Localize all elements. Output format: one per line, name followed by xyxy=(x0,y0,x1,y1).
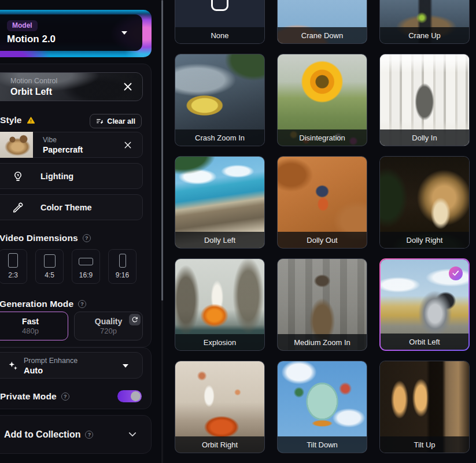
preset-label: Crash Zoom In xyxy=(195,134,245,142)
settings-sidebar: Model Motion 2.0 Motion Control Orbit Le… xyxy=(0,0,175,463)
aspect-9-16-icon xyxy=(119,254,126,268)
generation-mode-heading: Generation Mode xyxy=(0,299,73,309)
motion-preset-orbit-right[interactable]: Orbit Right xyxy=(175,361,265,453)
preset-label: Orbit Right xyxy=(202,440,238,449)
close-icon[interactable] xyxy=(121,80,134,93)
aspect-label: 16:9 xyxy=(79,271,93,279)
color-picker-icon xyxy=(12,201,24,214)
motion-preset-tilt-down[interactable]: Tilt Down xyxy=(277,361,367,453)
preset-label-bar: Dolly In xyxy=(380,129,469,146)
preset-label-bar: Dolly Right xyxy=(380,232,469,248)
preset-label: Dolly Right xyxy=(407,236,443,245)
generation-mode-header: Generation Mode ? xyxy=(0,299,86,309)
preset-label: Crane Up xyxy=(408,31,441,40)
prompt-enhance-label: Prompt Enhance xyxy=(24,357,78,365)
color-theme-button[interactable]: Color Theme xyxy=(0,194,143,220)
private-mode-row: Private Mode ? xyxy=(0,390,142,402)
preset-label: Tilt Up xyxy=(414,440,435,449)
sidebar-scrollbar-thumb[interactable] xyxy=(161,0,163,301)
preset-label: None xyxy=(211,31,228,40)
private-mode-toggle[interactable] xyxy=(117,390,142,402)
aspect-option-4-5[interactable]: 4:5 xyxy=(35,249,64,284)
help-icon[interactable]: ? xyxy=(85,431,93,439)
color-theme-label: Color Theme xyxy=(40,203,92,212)
private-mode-label: Private Mode xyxy=(0,391,57,402)
preset-label-bar: Tilt Up xyxy=(380,436,469,453)
aspect-option-16-9[interactable]: 16:9 xyxy=(72,249,100,284)
motion-preset-dolly-right[interactable]: Dolly Right xyxy=(379,156,470,249)
motion-preset-crane-up[interactable]: Crane Up xyxy=(379,0,470,44)
preset-label: Tilt Down xyxy=(307,440,338,449)
clear-all-button[interactable]: Clear all xyxy=(90,114,142,128)
aspect-option-2-3[interactable]: 2:3 xyxy=(0,249,27,284)
lighting-button[interactable]: Lighting xyxy=(0,163,143,189)
aspect-label: 9:16 xyxy=(116,271,129,279)
preset-label-bar: Dolly Left xyxy=(175,232,264,248)
preset-label-bar: Explosion xyxy=(175,334,264,350)
add-to-collection-header[interactable]: Add to Collection ? xyxy=(4,416,136,453)
warning-icon xyxy=(27,116,35,124)
motion-preset-crash-zoom-in[interactable]: Crash Zoom In xyxy=(175,54,265,146)
preset-label-bar: Disintegration xyxy=(278,129,367,146)
motion-control-card[interactable]: Motion Control Orbit Left xyxy=(0,72,143,101)
motion-control-value: Orbit Left xyxy=(10,87,52,97)
model-value: Motion 2.0 xyxy=(7,34,56,45)
chevron-down-icon xyxy=(128,432,136,437)
motion-preset-none[interactable]: None xyxy=(175,0,265,44)
help-icon[interactable]: ? xyxy=(61,392,69,401)
none-icon xyxy=(211,0,228,11)
help-icon[interactable]: ? xyxy=(83,234,91,242)
preset-label: Dolly In xyxy=(412,134,437,142)
preset-label-bar: Crane Up xyxy=(380,27,469,43)
aspect-option-9-16[interactable]: 9:16 xyxy=(108,249,136,284)
mode-fast-name: Fast xyxy=(22,317,39,326)
chevron-down-icon xyxy=(123,364,128,368)
preset-label-bar: None xyxy=(175,27,264,43)
help-icon[interactable]: ? xyxy=(78,300,86,308)
output-panel: Prompt Enhance Auto Private Mode ? xyxy=(0,347,152,409)
history-icon[interactable] xyxy=(129,314,141,325)
aspect-16-9-icon xyxy=(79,258,93,265)
motion-preset-explosion[interactable]: Explosion xyxy=(175,258,265,351)
preset-label: Disintegration xyxy=(299,134,345,142)
motion-preset-dolly-left[interactable]: Dolly Left xyxy=(175,156,265,249)
motion-preset-tilt-up[interactable]: Tilt Up xyxy=(379,361,470,453)
vibe-style-card[interactable]: Vibe Papercraft xyxy=(0,132,143,158)
close-icon[interactable] xyxy=(121,139,134,151)
video-dimensions-header: Video Dimensions ? xyxy=(0,233,91,243)
aspect-label: 4:5 xyxy=(45,271,54,279)
clear-all-label: Clear all xyxy=(107,117,135,125)
selected-check-icon xyxy=(449,266,463,280)
mode-fast-option[interactable]: Fast 480p xyxy=(0,312,68,340)
mode-quality-name: Quality xyxy=(95,317,122,326)
preset-label-bar: Crane Down xyxy=(278,27,367,43)
motion-preset-medium-zoom-in[interactable]: Medium Zoom In xyxy=(277,258,367,351)
preset-label-bar: Crash Zoom In xyxy=(175,129,264,146)
preset-label: Explosion xyxy=(204,338,236,347)
controls-panel: Motion Control Orbit Left Style Clear al… xyxy=(0,64,152,347)
preset-label-bar: Medium Zoom In xyxy=(278,334,367,350)
preset-label: Dolly Left xyxy=(204,236,235,245)
motion-preset-dolly-out[interactable]: Dolly Out xyxy=(277,156,367,249)
motion-preset-orbit-left[interactable]: Orbit Left xyxy=(379,258,470,351)
aspect-label: 2:3 xyxy=(8,271,18,279)
motion-preset-disintegration[interactable]: Disintegration xyxy=(277,54,367,146)
preset-label-bar: Orbit Right xyxy=(175,436,264,453)
preset-label-bar: Dolly Out xyxy=(278,232,367,248)
prompt-enhance-select[interactable]: Prompt Enhance Auto xyxy=(0,352,143,379)
mode-quality-option[interactable]: Quality 720p xyxy=(74,312,143,340)
lightbulb-icon xyxy=(12,170,24,183)
preset-label: Orbit Left xyxy=(409,338,440,346)
model-pill-label: Model xyxy=(7,20,38,31)
mode-quality-resolution: 720p xyxy=(100,327,117,335)
lighting-label: Lighting xyxy=(40,172,73,181)
preset-label: Crane Down xyxy=(301,31,343,40)
aspect-4-5-icon xyxy=(44,254,56,268)
motion-preset-crane-down[interactable]: Crane Down xyxy=(277,0,367,44)
preset-label: Medium Zoom In xyxy=(294,338,350,347)
collection-panel: Add to Collection ? xyxy=(0,415,152,454)
model-select[interactable]: Model Motion 2.0 xyxy=(0,14,142,51)
motion-control-label: Motion Control xyxy=(10,77,57,85)
chevron-down-icon xyxy=(121,31,127,35)
motion-preset-dolly-in[interactable]: Dolly In xyxy=(379,54,470,146)
